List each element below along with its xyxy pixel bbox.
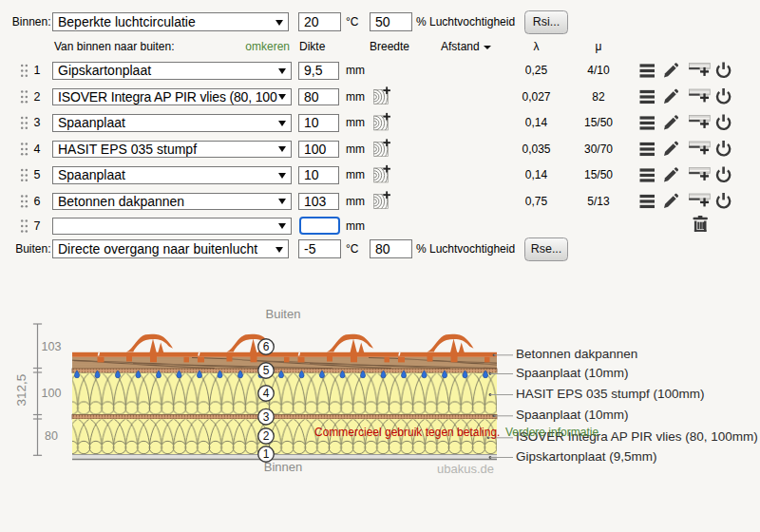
svg-text:5: 5 — [263, 364, 270, 377]
svg-text:Verdere informatie: Verdere informatie — [505, 426, 598, 439]
svg-text:100: 100 — [42, 387, 62, 400]
svg-text:4: 4 — [263, 387, 270, 400]
svg-text:1: 1 — [263, 447, 270, 461]
svg-text:3: 3 — [263, 410, 270, 424]
svg-text:Commercieel gebruik tegen beta: Commercieel gebruik tegen betaling. — [314, 426, 500, 439]
svg-text:ubakus.de: ubakus.de — [437, 462, 494, 476]
svg-text:Spaanplaat (10mm): Spaanplaat (10mm) — [516, 408, 629, 422]
svg-text:80: 80 — [45, 429, 58, 443]
svg-text:6: 6 — [263, 340, 270, 353]
svg-text:2: 2 — [263, 429, 270, 443]
svg-text:103: 103 — [42, 340, 62, 353]
svg-text:312,5: 312,5 — [14, 374, 28, 407]
svg-text:HASIT EPS 035 stumpf (100mm): HASIT EPS 035 stumpf (100mm) — [516, 387, 705, 401]
svg-text:Spaanplaat (10mm): Spaanplaat (10mm) — [516, 366, 629, 380]
svg-text:Buiten: Buiten — [266, 307, 301, 321]
svg-text:Gipskartonplaat (9,5mm): Gipskartonplaat (9,5mm) — [516, 449, 657, 464]
svg-text:Betonnen dakpannen: Betonnen dakpannen — [516, 347, 637, 361]
